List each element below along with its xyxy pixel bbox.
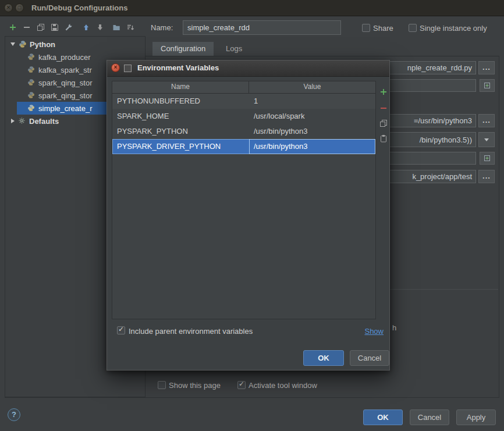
edit-defaults-icon[interactable] — [63, 22, 74, 33]
python-run-config-icon — [27, 91, 36, 99]
run-debug-configurations-window: ✕ □ Run/Debug Configurations Name: Share… — [0, 0, 504, 431]
insert-macro-button[interactable] — [480, 79, 495, 92]
env-name: SPARK_HOME — [112, 109, 249, 124]
python-run-config-icon — [27, 66, 36, 74]
env-value: /usr/bin/python3 — [249, 139, 375, 154]
window-titlebar: ✕ □ Run/Debug Configurations — [0, 0, 504, 16]
add-icon[interactable] — [7, 22, 19, 33]
env-name: PYSPARK_PYTHON — [112, 124, 249, 139]
single-instance-label: Single instance only — [420, 24, 487, 33]
copy-icon[interactable] — [35, 22, 47, 33]
chevron-down-icon — [484, 138, 489, 141]
tree-item-label: spark_qing_stor — [38, 79, 93, 87]
save-icon[interactable] — [49, 22, 61, 33]
dialog-app-icon — [124, 65, 132, 72]
tab-divider — [145, 56, 499, 56]
include-parent-label: Include parent environment variables — [129, 327, 253, 336]
copy-icon[interactable] — [378, 118, 389, 129]
remove-icon[interactable] — [21, 22, 33, 33]
python-run-config-icon — [27, 79, 36, 87]
env-value: /usr/local/spark — [249, 109, 375, 124]
name-input[interactable] — [183, 20, 341, 35]
env-name: PYTHONUNBUFFERED — [112, 94, 249, 109]
sort-icon[interactable] — [125, 22, 136, 33]
window-maximize-icon[interactable]: □ — [15, 3, 24, 12]
tree-node-label: Defaults — [29, 117, 59, 126]
move-down-icon[interactable] — [94, 22, 106, 33]
single-instance-checkbox[interactable] — [409, 24, 417, 32]
dialog-titlebar: Environment Variables — [107, 60, 389, 77]
column-header-value[interactable]: Value — [249, 81, 375, 93]
activate-tool-window-checkbox[interactable] — [237, 381, 246, 389]
env-value: 1 — [249, 94, 375, 109]
table-row[interactable]: SPARK_HOME /usr/local/spark — [112, 109, 375, 124]
show-this-page-label: Show this page — [169, 381, 221, 390]
tree-item-label: spark_qing_stor — [38, 91, 93, 100]
share-label: Share — [373, 24, 393, 33]
tree-item-label: kafka_producer — [38, 53, 91, 62]
move-up-icon[interactable] — [80, 22, 92, 33]
table-header: Name Value — [112, 81, 375, 94]
insert-macro-icon — [484, 82, 491, 89]
table-row-selected[interactable]: PYSPARK_DRIVER_PYTHON /usr/bin/python3 — [112, 139, 375, 154]
table-row[interactable]: PYTHONUNBUFFERED 1 — [112, 94, 375, 109]
insert-macro-icon — [484, 155, 491, 162]
python-icon — [19, 40, 27, 48]
apply-button[interactable]: Apply — [456, 409, 496, 425]
remove-variable-icon[interactable] — [378, 103, 389, 113]
env-value: /usr/bin/python3 — [249, 124, 375, 139]
dialog-ok-button[interactable]: OK — [303, 350, 344, 366]
help-button[interactable]: ? — [8, 408, 20, 421]
clipped-label: h — [392, 323, 396, 332]
env-name: PYSPARK_DRIVER_PYTHON — [112, 139, 249, 154]
script-browse-button[interactable]: ... — [478, 61, 495, 74]
dialog-cancel-button[interactable]: Cancel — [350, 350, 389, 366]
tree-node-python[interactable]: Python — [5, 38, 145, 51]
python-run-config-icon — [27, 104, 36, 112]
ok-button[interactable]: OK — [363, 409, 403, 425]
column-header-name[interactable]: Name — [112, 81, 249, 93]
tree-node-label: Python — [30, 40, 55, 49]
name-label: Name: — [151, 23, 173, 32]
interpreter-options-value: =/usr/bin/python3 — [414, 116, 472, 125]
cancel-button[interactable]: Cancel — [410, 409, 449, 425]
working-directory-browse-button[interactable]: ... — [478, 170, 495, 183]
include-parent-checkbox[interactable] — [117, 326, 125, 334]
new-folder-icon[interactable] — [111, 22, 122, 33]
python-run-config-icon — [27, 53, 36, 61]
paste-icon[interactable] — [378, 133, 389, 144]
add-variable-icon[interactable] — [378, 87, 389, 97]
dialog-close-icon[interactable] — [111, 63, 120, 72]
tab-logs[interactable]: Logs — [218, 42, 250, 56]
tree-item-label: simple_create_r — [38, 104, 93, 113]
script-path-value: nple_create_rdd.py — [407, 63, 472, 72]
activate-tool-window-label: Activate tool window — [249, 381, 317, 390]
environment-variables-dialog: Environment Variables Name Value PYTHONU… — [107, 60, 390, 371]
interpreter-value: /bin/python3.5)) — [420, 136, 472, 144]
working-directory-value: k_project/app/test — [412, 172, 472, 181]
window-title: Run/Debug Configurations — [31, 0, 127, 16]
show-link[interactable]: Show — [364, 327, 384, 336]
share-checkbox[interactable] — [362, 24, 370, 32]
tab-configuration[interactable]: Configuration — [152, 42, 214, 56]
show-this-page-checkbox[interactable] — [158, 381, 166, 389]
env-variables-table: Name Value PYTHONUNBUFFERED 1 SPARK_HOME… — [112, 81, 376, 319]
tree-item-label: kafka_spark_str — [38, 66, 92, 74]
table-row[interactable]: PYSPARK_PYTHON /usr/bin/python3 — [112, 124, 375, 139]
chevron-down-icon[interactable] — [10, 42, 15, 46]
dialog-title: Environment Variables — [137, 60, 219, 76]
interpreter-options-browse-button[interactable]: ... — [478, 114, 495, 127]
window-close-icon[interactable]: ✕ — [4, 3, 13, 12]
panel-bottom-border — [5, 397, 499, 398]
panel-right-border — [499, 56, 499, 398]
insert-macro-button[interactable] — [480, 152, 495, 165]
interpreter-dropdown-button[interactable] — [478, 132, 495, 147]
chevron-right-icon[interactable] — [11, 119, 15, 123]
gear-icon — [18, 117, 26, 125]
